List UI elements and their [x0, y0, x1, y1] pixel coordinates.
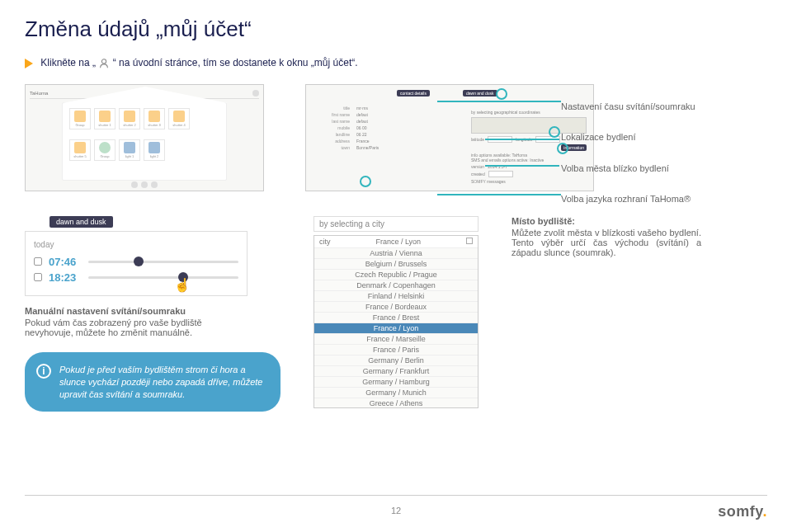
city-item[interactable]: Belgium / Brussels — [314, 259, 478, 270]
city-item[interactable]: Austria / Vienna — [314, 248, 478, 259]
info-icon: i — [36, 364, 51, 379]
intro-line: Klikněte na „ “ na úvodní stránce, tím s… — [25, 57, 767, 69]
field-value: 06 00 — [356, 125, 367, 131]
manual-setting-text: Manuální nastavení svítání/soumraku Poku… — [25, 306, 248, 337]
label-language-choice: Volba jazyka rozhraní TaHoma® — [561, 193, 695, 205]
city-item[interactable]: Germany / Berlin — [314, 355, 478, 366]
tile-label: shutter 3 — [148, 123, 161, 127]
manual-body: Pokud vám čas zobrazený pro vaše bydlišt… — [25, 318, 202, 337]
page-title: Změna údajů „můj účet“ — [25, 16, 767, 42]
btn-dawn-dusk: dawn and dusk — [463, 90, 497, 97]
today-label: today — [34, 240, 238, 249]
intro-suffix: “ na úvodní stránce, tím se dostanete k … — [113, 57, 358, 68]
btn-contact-details: contact details — [397, 90, 430, 97]
connector-line — [437, 194, 561, 195]
page-number: 12 — [391, 506, 401, 516]
connector-line — [485, 139, 559, 140]
city-item[interactable]: Germany / Frankfurt — [314, 366, 478, 377]
created-label: created — [471, 172, 485, 177]
info-bubble: i Pokud je před vaším bydlištěm strom či… — [25, 352, 280, 412]
person-icon — [98, 58, 110, 69]
tile-label: shutter 2 — [123, 123, 136, 127]
arrow-bullet-icon — [25, 59, 33, 68]
intro-prefix: Klikněte na „ — [40, 57, 96, 68]
bubble-text: Pokud je před vaším bydlištěm strom či h… — [59, 365, 262, 399]
city-item[interactable]: Finland / Helsinki — [314, 291, 478, 302]
field-label: last name — [313, 118, 350, 125]
city-item[interactable]: Germany / Hamburg — [314, 377, 478, 388]
city-item[interactable]: France / Brest — [314, 313, 478, 323]
lat-label: latitude — [471, 137, 484, 142]
field-label: landline — [313, 131, 350, 138]
city-item[interactable]: Czech Republic / Prague — [314, 270, 478, 280]
created-box — [488, 171, 513, 177]
city-item[interactable]: Greece / Athens — [314, 398, 478, 408]
dawn-dusk-tag: dawn and dusk — [50, 216, 113, 228]
label-dawn-dusk: Nastavení času svítání/soumraku — [561, 101, 695, 113]
connector-line — [437, 101, 561, 102]
label-city-choice: Volba města blízko bydlení — [561, 162, 695, 175]
mock-home-title: TaHoma — [30, 91, 48, 96]
field-label: town — [313, 144, 350, 151]
city-selector-widget: by selecting a city cityFrance / Lyon Au… — [314, 216, 478, 408]
dawn-dusk-widget: dawn and dusk today 07:46 18:23 ☝️ — [25, 216, 248, 296]
field-value: mr·ms — [356, 105, 368, 111]
manual-title: Manuální nastavení svítání/soumraku — [25, 306, 248, 316]
field-label: mobile — [313, 125, 350, 131]
brand-logo: somfy. — [718, 503, 767, 520]
tile-label: shutter 4 — [172, 123, 186, 127]
field-label: first name — [313, 111, 350, 118]
avatar-icon — [252, 90, 259, 97]
sunrise-icon — [34, 257, 42, 266]
hand-cursor-icon: ☝️ — [174, 277, 191, 293]
city-item[interactable]: France / Paris — [314, 345, 478, 355]
city-item-selected[interactable]: France / Lyon — [314, 323, 478, 334]
tile-label: Group — [75, 123, 84, 127]
city-item[interactable]: France / Marseille — [314, 334, 478, 345]
callout-labels: Nastavení času svítání/soumraku Lokaliza… — [561, 82, 695, 224]
tile-label: shutter 1 — [98, 123, 111, 127]
svg-point-0 — [102, 59, 106, 64]
connector-line — [485, 165, 559, 167]
tile-label: Group — [100, 154, 109, 158]
sunset-slider[interactable] — [88, 276, 238, 279]
tile-label: shutter 5 — [73, 154, 87, 158]
footer-divider — [25, 495, 767, 496]
field-value: defaut — [356, 118, 368, 125]
field-label: address — [313, 138, 350, 144]
highlight-circle-icon — [549, 126, 560, 138]
city-item[interactable]: Denmark / Copenhagen — [314, 280, 478, 291]
tile-label: light 2 — [150, 154, 159, 158]
city-header: by selecting a city — [314, 216, 478, 232]
field-label: title — [313, 105, 350, 111]
city-item[interactable]: France / Bordeaux — [314, 302, 478, 313]
sunrise-slider[interactable] — [88, 261, 238, 263]
field-value: defaut — [356, 111, 368, 118]
city-item[interactable]: Germany / Munich — [314, 388, 478, 398]
tile-label: light 1 — [125, 154, 134, 158]
highlight-circle-icon — [496, 88, 507, 100]
version-label: version — [471, 164, 484, 169]
label-localization: Lokalizace bydlení — [561, 131, 695, 144]
field-value: France — [356, 138, 370, 144]
city-lbl: city — [319, 238, 331, 246]
city-desc-body: Můžete zvolit města v blízkosti vašeho b… — [512, 228, 701, 257]
field-value: Bonne/Paris — [356, 144, 379, 151]
dropdown-icon — [466, 238, 473, 244]
city-first: France / Lyon — [375, 238, 421, 246]
screenshot-home: TaHoma Group shutter 1 shutter 2 shutter… — [25, 84, 264, 191]
field-value: 06 22 — [356, 131, 367, 138]
sunset-icon — [34, 273, 42, 281]
highlight-circle-icon — [360, 176, 371, 187]
sunset-time: 18:23 — [49, 271, 82, 284]
sunrise-time: 07:46 — [49, 256, 82, 268]
city-list[interactable]: cityFrance / Lyon Austria / Vienna Belgi… — [314, 235, 478, 408]
